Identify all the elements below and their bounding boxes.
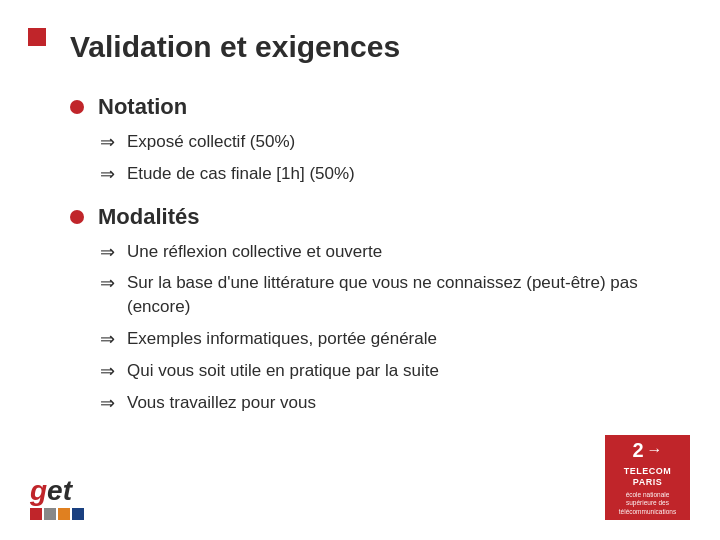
modalites-item-4: Qui vous soit utile en pratique par la s… (127, 359, 439, 383)
get-icon-gray (44, 508, 56, 520)
get-icon-blue (72, 508, 84, 520)
telecom-name: TELECOMPARIS (624, 466, 672, 489)
arrow-icon-2: ⇒ (100, 163, 115, 185)
modalites-label: Modalités (98, 204, 199, 230)
modalites-bullet: Modalités (70, 204, 670, 230)
telecom-arrow-icon: → (647, 441, 663, 459)
arrow-icon-4: ⇒ (100, 272, 115, 294)
list-item: ⇒ Vous travaillez pour vous (100, 391, 670, 415)
slide-title: Validation et exigences (70, 30, 670, 64)
modalites-item-3: Exemples informatiques, portée générale (127, 327, 437, 351)
notation-item-1: Exposé collectif (50%) (127, 130, 295, 154)
list-item: ⇒ Une réflexion collective et ouverte (100, 240, 670, 264)
red-dot-modalites (70, 210, 84, 224)
telecom-subtitle: école nationalesupérieure destélécommuni… (619, 491, 676, 516)
get-logo: get (30, 477, 84, 520)
notation-bullet: Notation (70, 94, 670, 120)
get-icon-row (30, 508, 84, 520)
telecom-number: 2 (632, 439, 643, 462)
arrow-icon-5: ⇒ (100, 328, 115, 350)
list-item: ⇒ Exemples informatiques, portée général… (100, 327, 670, 351)
telecom-logo: 2 → TELECOMPARIS école nationalesupérieu… (605, 435, 690, 520)
list-item: ⇒ Exposé collectif (50%) (100, 130, 670, 154)
red-dot-notation (70, 100, 84, 114)
arrow-icon-7: ⇒ (100, 392, 115, 414)
slide: Validation et exigences Notation ⇒ Expos… (0, 0, 720, 540)
list-item: ⇒ Etude de cas finale [1h] (50%) (100, 162, 670, 186)
notation-label: Notation (98, 94, 187, 120)
get-icon-red (30, 508, 42, 520)
arrow-icon-6: ⇒ (100, 360, 115, 382)
arrow-icon-3: ⇒ (100, 241, 115, 263)
list-item: ⇒ Qui vous soit utile en pratique par la… (100, 359, 670, 383)
list-item: ⇒ Sur la base d'une littérature que vous… (100, 271, 670, 319)
modalites-item-2: Sur la base d'une littérature que vous n… (127, 271, 670, 319)
arrow-icon-1: ⇒ (100, 131, 115, 153)
get-icon-orange (58, 508, 70, 520)
section-notation: Notation ⇒ Exposé collectif (50%) ⇒ Etud… (70, 94, 670, 186)
section-modalites: Modalités ⇒ Une réflexion collective et … (70, 204, 670, 415)
red-square-decoration (28, 28, 46, 46)
notation-item-2: Etude de cas finale [1h] (50%) (127, 162, 355, 186)
telecom-logo-top: 2 → (632, 439, 662, 462)
notation-sub-items: ⇒ Exposé collectif (50%) ⇒ Etude de cas … (100, 130, 670, 186)
modalites-item-5: Vous travaillez pour vous (127, 391, 316, 415)
modalites-item-1: Une réflexion collective et ouverte (127, 240, 382, 264)
get-logo-text: get (30, 477, 72, 505)
modalites-sub-items: ⇒ Une réflexion collective et ouverte ⇒ … (100, 240, 670, 415)
slide-content: Notation ⇒ Exposé collectif (50%) ⇒ Etud… (70, 94, 670, 414)
bottom-logos: get 2 → TELECOMPARIS école nationalesupé… (0, 435, 720, 520)
